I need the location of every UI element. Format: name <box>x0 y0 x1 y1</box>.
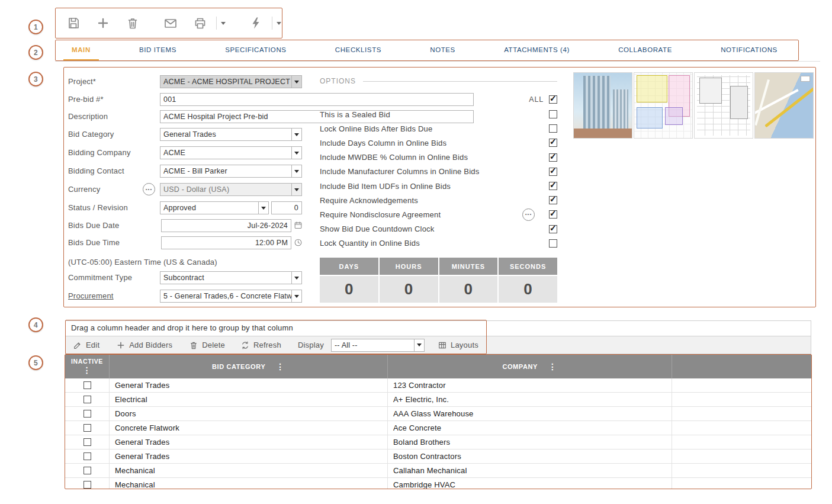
option-checkbox[interactable] <box>549 225 557 233</box>
procurement-link[interactable]: Procurement <box>68 290 114 303</box>
option-checkbox[interactable] <box>549 210 557 219</box>
chevron-down-icon[interactable] <box>291 147 301 159</box>
inactive-checkbox[interactable] <box>83 424 91 432</box>
cell-bid-category: Doors <box>110 407 388 420</box>
add-button[interactable] <box>95 15 111 31</box>
table-row[interactable]: General Trades Boland Brothers <box>65 435 811 450</box>
callout-4: 4 <box>28 317 43 332</box>
chevron-down-icon[interactable] <box>258 202 268 214</box>
procurement-select[interactable]: 5 - General Trades,6 - Concrete Flatwor <box>160 290 302 303</box>
lightning-icon <box>249 16 263 30</box>
delete-bidders-button[interactable]: Delete <box>189 341 225 350</box>
table-row[interactable]: Doors AAA Glass Warehouse <box>65 407 811 421</box>
nda-more-button[interactable] <box>522 208 535 221</box>
column-header-inactive[interactable]: INACTIVE <box>65 355 110 378</box>
option-checkbox[interactable] <box>549 139 557 147</box>
inactive-checkbox[interactable] <box>83 481 91 489</box>
revision-input[interactable] <box>271 201 302 214</box>
option-label: Require Nondisclosure Agreement <box>320 210 441 219</box>
countdown-header-seconds: SECONDS <box>499 258 557 275</box>
chevron-down-icon[interactable] <box>414 339 424 351</box>
table-row[interactable]: Mechanical Cambridge HVAC <box>65 478 811 489</box>
chevron-down-icon[interactable] <box>291 290 301 302</box>
table-row[interactable]: Mechanical Callahan Mechanical <box>65 464 811 478</box>
inactive-checkbox[interactable] <box>83 381 91 389</box>
quick-actions-button[interactable] <box>248 15 264 31</box>
bids-due-time-label: Bids Due Time <box>68 236 120 249</box>
inactive-checkbox[interactable] <box>83 467 91 474</box>
column-menu-icon[interactable] <box>83 366 92 374</box>
tab-notes[interactable]: NOTES <box>422 40 464 61</box>
table-row[interactable]: General Trades 123 Contractor <box>65 378 811 393</box>
tab-checklists[interactable]: CHECKLISTS <box>327 40 390 61</box>
column-header-bid-category[interactable]: BID CATEGORY <box>110 355 388 378</box>
inactive-checkbox[interactable] <box>83 452 91 460</box>
option-checkbox[interactable] <box>549 124 557 133</box>
column-header-company[interactable]: COMPANY <box>388 355 672 378</box>
chevron-down-icon[interactable] <box>291 129 301 140</box>
display-label: Display <box>298 341 324 349</box>
inactive-checkbox[interactable] <box>83 438 91 446</box>
bidding-company-select[interactable]: ACME <box>160 146 302 159</box>
bids-due-date-input[interactable] <box>161 219 291 232</box>
tab-main[interactable]: MAIN <box>63 40 99 61</box>
option-all-checkbox[interactable] <box>549 95 557 104</box>
inactive-checkbox[interactable] <box>83 410 91 418</box>
option-checkbox[interactable] <box>549 182 557 190</box>
delete-button[interactable] <box>125 15 140 31</box>
thumbnail-site-map[interactable] <box>754 72 814 139</box>
tab-notifications[interactable]: NOTIFICATIONS <box>712 40 786 61</box>
bids-due-time-input[interactable] <box>161 236 291 249</box>
status-select[interactable]: Approved <box>160 201 269 214</box>
thumbnail-floor-plan-color[interactable] <box>634 72 693 139</box>
display-filter-select[interactable]: -- All -- <box>331 339 425 352</box>
plan-region-blue <box>637 107 663 129</box>
building-base <box>574 129 632 138</box>
table-row[interactable]: Electrical A+ Electric, Inc. <box>65 393 811 407</box>
quick-actions-menu-button[interactable] <box>272 17 281 30</box>
inactive-checkbox[interactable] <box>83 396 91 403</box>
bidding-contact-select[interactable]: ACME - Bill Parker <box>160 165 302 178</box>
currency-more-button[interactable] <box>143 183 155 195</box>
option-checkbox[interactable] <box>549 110 557 118</box>
tab-bid-items[interactable]: BID ITEMS <box>131 40 185 61</box>
email-button[interactable] <box>163 15 178 31</box>
print-menu-button[interactable] <box>216 17 226 30</box>
thumbnail-floor-plan-grey[interactable] <box>694 72 753 139</box>
option-checkbox[interactable] <box>549 153 557 162</box>
plan-room-1 <box>699 78 722 104</box>
group-by-drop-zone[interactable]: Drag a column header and drop it here to… <box>65 320 811 336</box>
tab-collaborate[interactable]: COLLABORATE <box>610 40 680 61</box>
cell-company: Boston Contractors <box>388 450 672 463</box>
option-checkbox[interactable] <box>549 168 557 176</box>
commitment-type-select[interactable]: Subcontract <box>160 271 302 284</box>
tab-specifications[interactable]: SPECIFICATIONS <box>217 40 294 61</box>
bid-category-select[interactable]: General Trades <box>160 128 302 141</box>
chevron-down-icon[interactable] <box>291 76 301 88</box>
currency-select[interactable]: USD - Dollar (USA) <box>160 183 302 196</box>
option-checkbox[interactable] <box>549 239 557 248</box>
layouts-button[interactable]: Layouts <box>438 341 478 350</box>
option-label: Include Days Column in Online Bids <box>320 139 446 147</box>
clock-icon[interactable] <box>294 238 303 247</box>
chevron-down-icon[interactable] <box>291 272 301 284</box>
tab-attachments[interactable]: ATTACHMENTS (4) <box>496 40 578 61</box>
chevron-down-icon[interactable] <box>291 184 301 195</box>
column-menu-icon[interactable] <box>276 362 285 371</box>
add-icon <box>96 16 110 30</box>
table-row[interactable]: General Trades Boston Contractors <box>65 450 811 464</box>
add-bidders-button[interactable]: Add Bidders <box>116 341 172 350</box>
option-checkbox[interactable] <box>549 196 557 204</box>
calendar-icon[interactable] <box>294 221 303 230</box>
edit-button[interactable]: Edit <box>73 341 99 350</box>
commitment-type-value: Subcontract <box>160 272 291 284</box>
option-label: Include Manufacturer Columns in Online B… <box>320 167 479 176</box>
print-button[interactable] <box>192 15 208 31</box>
chevron-down-icon[interactable] <box>291 165 301 177</box>
project-select[interactable]: ACME - ACME HOSPITAL PROJECT <box>160 75 302 88</box>
column-menu-icon[interactable] <box>548 362 557 371</box>
thumbnail-building-photo[interactable] <box>573 72 632 139</box>
save-button[interactable] <box>66 15 81 31</box>
refresh-button[interactable]: Refresh <box>240 341 281 350</box>
table-row[interactable]: Concrete Flatwork Ace Concrete <box>65 421 811 435</box>
